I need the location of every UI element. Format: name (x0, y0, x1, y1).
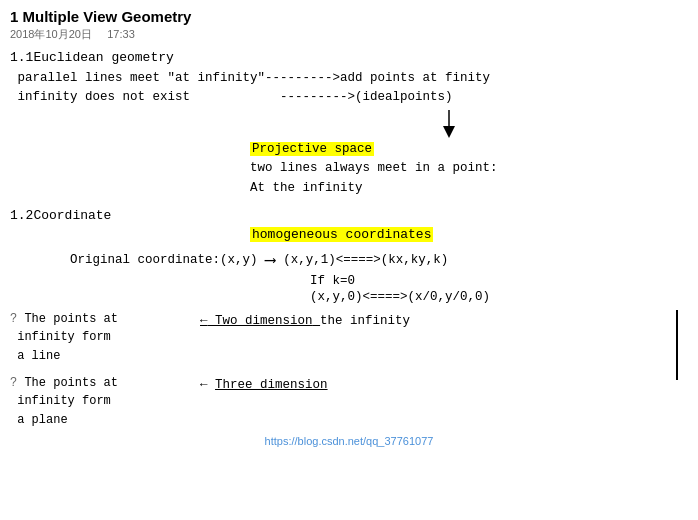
watermark: https://blog.csdn.net/qq_37761077 (10, 435, 688, 447)
two-dim-arrow: ← Two dimension (200, 314, 320, 328)
homogeneous-label: homogeneous coordinates (250, 227, 433, 242)
svg-marker-1 (443, 126, 455, 138)
section2-heading: 1.2Coordinate (10, 208, 688, 223)
arrow-down-icon (439, 110, 459, 138)
arrow-down-container (210, 110, 688, 138)
homogeneous-line: homogeneous coordinates (250, 227, 688, 242)
coord-row: Original coordinate:(x,y) ⟶ (x,y,1)<====… (70, 250, 688, 270)
three-dim-row: ? The points at infinity form a plane ← … (10, 374, 688, 430)
section1-content: parallel lines meet "at infinity"-------… (10, 69, 688, 198)
arrow-right-icon: ⟶ (266, 250, 276, 270)
page-title: 1 Multiple View Geometry (10, 8, 688, 25)
three-dim-left: ? The points at infinity form a plane (10, 374, 200, 430)
dimension-section: ? The points at infinity form a line ← T… (10, 310, 688, 430)
date: 2018年10月20日 (10, 28, 92, 40)
line2: infinity does not exist --------->(ideal… (10, 88, 688, 107)
projective-block: Projective space two lines always meet i… (250, 140, 688, 198)
question-mark-2: ? (10, 376, 17, 390)
three-dim-right: ← Three dimension (200, 374, 688, 392)
two-dim-left: ? The points at infinity form a line (10, 310, 200, 366)
projective-label: Projective space (250, 140, 688, 159)
question-mark-1: ? (10, 312, 17, 326)
three-dim-arrow: ← Three dimension (200, 378, 328, 392)
projective-line2: At the infinity (250, 179, 688, 198)
line1: parallel lines meet "at infinity"-------… (10, 69, 688, 88)
projective-line1: two lines always meet in a point: (250, 159, 688, 178)
two-dim-text: The points at infinity form a line (10, 312, 118, 363)
meta-info: 2018年10月20日 17:33 (10, 27, 688, 42)
ifk0: If k=0 (310, 274, 688, 288)
two-dim-row: ? The points at infinity form a line ← T… (10, 310, 688, 366)
three-dim-text: The points at infinity form a plane (10, 376, 118, 427)
two-dim-right: ← Two dimension the infinity (200, 310, 688, 328)
bracket-vertical (676, 310, 678, 380)
two-dim-suffix: the infinity (320, 314, 410, 328)
original-coord: Original coordinate:(x,y) (70, 253, 258, 267)
coord2: (x,y,0)<====>(x/0,y/0,0) (310, 290, 688, 304)
coord-right: (x,y,1)<====>(kx,ky,k) (283, 253, 448, 267)
time: 17:33 (107, 28, 135, 40)
section1-heading: 1.1Euclidean geometry (10, 50, 688, 65)
